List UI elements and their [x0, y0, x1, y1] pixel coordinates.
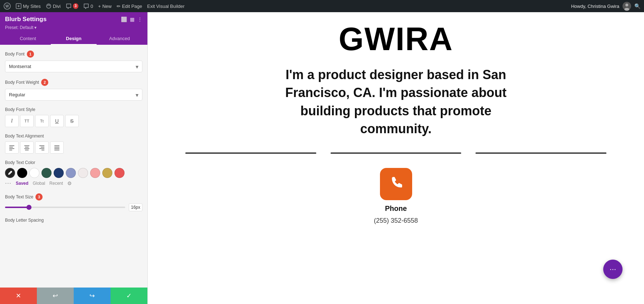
speech-link[interactable]: 0 [83, 3, 93, 9]
swatch-darkgreen[interactable] [42, 168, 52, 178]
svg-text:W: W [5, 4, 9, 8]
swatch-offwhite[interactable] [78, 168, 88, 178]
body-text-color-label: Body Text Color [5, 160, 142, 165]
pencil-icon: ✏ [117, 4, 121, 9]
tagline: I'm a product designer based in San Fran… [271, 66, 521, 138]
underline-btn[interactable]: U [50, 115, 64, 127]
preset-label: Preset: Default [5, 25, 33, 30]
body-text-color-group: Body Text Color ··· [5, 160, 142, 187]
body-font-weight-select[interactable]: Regular Bold Light Medium [5, 89, 142, 100]
exit-vb-link[interactable]: Exit Visual Builder [147, 4, 185, 9]
color-tab-global[interactable]: Global [33, 181, 45, 186]
comments-link[interactable]: 3 [66, 3, 79, 9]
swatch-white[interactable] [29, 168, 39, 178]
content-area: GWIRA I'm a product designer based in Sa… [148, 12, 644, 304]
swatch-gold[interactable] [102, 168, 112, 178]
phone-icon [386, 174, 406, 194]
redo-button[interactable]: ↪ [74, 288, 111, 304]
fab-icon: ··· [610, 265, 616, 274]
slider-fill [5, 207, 29, 208]
body-font-weight-badge: 2 [41, 79, 48, 86]
wp-icon-link[interactable]: W [4, 3, 11, 10]
body-text-alignment-label: Body Text Alignment [5, 134, 142, 139]
capitalize-btn[interactable]: Tt [35, 115, 49, 127]
speech-count: 0 [91, 4, 93, 9]
italic-btn[interactable]: I [5, 115, 19, 127]
preset-chevron: ▾ [34, 25, 36, 30]
more-icon[interactable]: ⋮ [137, 16, 142, 22]
comments-badge: 3 [73, 3, 79, 9]
swatch-black[interactable] [17, 168, 27, 178]
svg-point-6 [624, 8, 629, 11]
swatch-navy[interactable] [54, 168, 64, 178]
slider-thumb[interactable] [26, 205, 31, 210]
swatch-periwinkle[interactable] [66, 168, 76, 178]
body-font-label: Body Font 1 [5, 50, 142, 58]
eyedropper-swatch[interactable] [5, 168, 15, 178]
divider-1 [185, 153, 316, 154]
contact-title: Phone [385, 204, 407, 213]
body-font-style-group: Body Font Style I TT Tt U S [5, 107, 142, 127]
preset-selector[interactable]: Preset: Default ▾ [5, 25, 142, 30]
swatch-lightred[interactable] [90, 168, 100, 178]
howdy-label: Howdy, Christina Gwira [571, 4, 619, 9]
phone-icon-box [380, 168, 412, 200]
body-letter-spacing-group: Body Letter Spacing [5, 218, 142, 223]
undo-button[interactable]: ↩ [37, 288, 74, 304]
body-font-weight-select-wrapper: Regular Bold Light Medium [5, 89, 142, 101]
new-link[interactable]: + New [98, 4, 112, 9]
divider-2 [331, 153, 461, 154]
svg-point-5 [625, 4, 628, 6]
swatch-red[interactable] [114, 168, 125, 178]
my-sites-link[interactable]: My Sites [16, 3, 41, 9]
body-text-size-label: Body Text Size 3 [5, 193, 142, 201]
body-font-badge: 1 [27, 50, 34, 58]
tab-content[interactable]: Content [5, 33, 51, 45]
fab-button[interactable]: ··· [603, 260, 623, 279]
body-letter-spacing-label: Body Letter Spacing [5, 218, 142, 223]
divi-label: Divi [53, 4, 61, 9]
more-swatches-dots[interactable]: ··· [5, 179, 11, 187]
color-tabs: ··· Saved Global Recent ⚙ [5, 179, 142, 187]
edit-page-label: Edit Page [122, 4, 142, 9]
uppercase-btn[interactable]: TT [20, 115, 34, 127]
panel-footer: ✕ ↩ ↪ ✓ [0, 288, 147, 304]
svg-point-23 [11, 171, 12, 172]
align-center-btn[interactable] [20, 141, 34, 154]
body-font-select-wrapper: Montserrat Arial Georgia [5, 61, 142, 72]
divi-link[interactable]: Divi [46, 3, 61, 9]
color-settings-icon[interactable]: ⚙ [67, 180, 72, 186]
expand-icon[interactable]: ⬜ [121, 16, 127, 22]
avatar [622, 1, 631, 11]
font-style-buttons: I TT Tt U S [5, 115, 142, 127]
body-font-weight-label: Body Font Weight 2 [5, 79, 142, 86]
color-tab-recent[interactable]: Recent [49, 181, 63, 186]
align-justify-btn[interactable] [50, 141, 64, 154]
new-label: New [102, 4, 112, 9]
tab-design[interactable]: Design [51, 33, 97, 45]
exit-vb-label: Exit Visual Builder [147, 4, 185, 9]
site-title: GWIRA [339, 23, 453, 55]
tabs-row: Content Design Advanced [5, 33, 142, 45]
slider-track[interactable] [5, 207, 125, 208]
body-text-size-value[interactable]: 16px [129, 203, 142, 211]
cancel-button[interactable]: ✕ [0, 288, 37, 304]
align-right-btn[interactable] [35, 141, 49, 154]
body-text-size-badge: 3 [35, 193, 43, 201]
tab-advanced[interactable]: Advanced [97, 33, 142, 45]
my-sites-label: My Sites [23, 4, 41, 9]
align-left-btn[interactable] [5, 141, 19, 154]
columns-icon[interactable]: ▦ [130, 16, 135, 22]
strikethrough-btn[interactable]: S [65, 115, 79, 127]
search-icon[interactable]: 🔍 [634, 3, 640, 9]
edit-page-link[interactable]: ✏ Edit Page [117, 4, 142, 9]
body-font-weight-group: Body Font Weight 2 Regular Bold Light Me… [5, 79, 142, 101]
panel-header: Blurb Settings ⬜ ▦ ⋮ Preset: Default ▾ C… [0, 12, 147, 45]
panel-title: Blurb Settings [5, 16, 47, 23]
body-text-size-group: Body Text Size 3 16px [5, 193, 142, 211]
body-font-select[interactable]: Montserrat Arial Georgia [5, 61, 142, 72]
divider-3 [475, 153, 606, 154]
save-button[interactable]: ✓ [111, 288, 147, 304]
color-tab-saved[interactable]: Saved [16, 181, 28, 186]
settings-panel: Blurb Settings ⬜ ▦ ⋮ Preset: Default ▾ C… [0, 12, 148, 304]
